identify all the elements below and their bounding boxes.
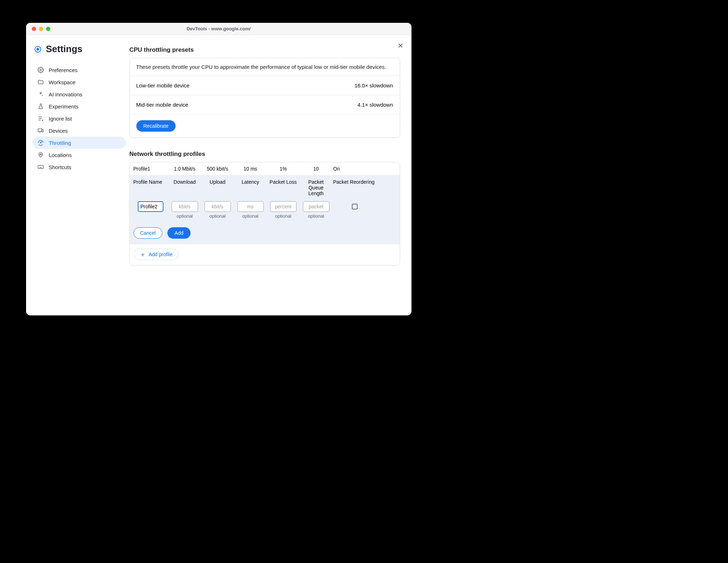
col-queue: Packet Queue Length — [300, 179, 332, 196]
download-cell: 1.0 Mbit/s — [169, 166, 201, 172]
plus-icon: ＋ — [140, 251, 146, 258]
upload-input[interactable] — [204, 201, 231, 212]
optional-hint: optional — [202, 213, 233, 219]
add-profile-row: ＋ Add profile — [130, 244, 400, 260]
preset-value: 4.1× slowdown — [358, 102, 393, 108]
devices-icon — [37, 127, 44, 134]
close-icon[interactable]: ✕ — [398, 41, 404, 50]
speedometer-icon — [37, 140, 44, 146]
sidebar-item-preferences[interactable]: Preferences — [32, 64, 126, 76]
network-section-title: Network throttling profiles — [130, 151, 400, 158]
recalibrate-button[interactable]: Recalibrate — [136, 120, 176, 132]
col-download: Download — [169, 179, 201, 196]
content: Settings Preferences Workspace AI innova… — [26, 35, 411, 315]
packet-queue-input[interactable] — [303, 201, 329, 212]
network-columns-header: Profile Name Download Upload Latency Pac… — [133, 179, 396, 196]
titlebar: DevTools - www.google.com/ — [26, 23, 411, 35]
devtools-window: DevTools - www.google.com/ ✕ Settings Pr… — [26, 23, 411, 315]
editor-input-row — [133, 201, 396, 212]
svg-rect-3 — [38, 129, 42, 132]
optional-hint: optional — [169, 213, 201, 219]
sidebar-item-label: Preferences — [49, 67, 78, 73]
network-table: Profile1 1.0 Mbit/s 500 kbit/s 10 ms 1% … — [130, 162, 400, 244]
sidebar-item-label: AI innovations — [49, 91, 82, 97]
cpu-description: These presets throttle your CPU to appro… — [130, 58, 400, 76]
optional-hint: optional — [235, 213, 266, 219]
sidebar-item-ignore-list[interactable]: Ignore list — [32, 112, 126, 125]
cpu-preset-row: Mid-tier mobile device 4.1× slowdown — [130, 95, 400, 115]
packet-reordering-checkbox[interactable] — [352, 204, 358, 209]
sidebar-item-experiments[interactable]: Experiments — [32, 100, 126, 112]
profile-name-cell: Profile1 — [133, 166, 168, 172]
network-profile-editor: Profile Name Download Upload Latency Pac… — [130, 176, 400, 244]
location-icon — [37, 152, 44, 158]
cpu-section-title: CPU throttling presets — [130, 46, 400, 54]
settings-header: Settings — [32, 44, 126, 64]
sidebar-item-label: Workspace — [49, 79, 76, 85]
sidebar-item-label: Ignore list — [49, 116, 72, 122]
sidebar-item-shortcuts[interactable]: Shortcuts — [32, 161, 126, 173]
sparkle-icon — [37, 91, 44, 97]
add-button[interactable]: Add — [167, 227, 191, 239]
profile-name-input[interactable] — [138, 201, 163, 212]
col-latency: Latency — [235, 179, 266, 196]
preset-value: 16.0× slowdown — [355, 82, 393, 88]
sidebar-item-devices[interactable]: Devices — [32, 125, 126, 137]
packet-loss-input[interactable] — [270, 201, 297, 212]
folder-icon — [37, 79, 44, 85]
svg-point-1 — [36, 48, 39, 50]
list-x-icon — [37, 115, 44, 122]
nav: Preferences Workspace AI innovations Exp… — [32, 64, 126, 173]
col-loss: Packet Loss — [268, 179, 299, 196]
svg-point-2 — [40, 69, 41, 71]
keyboard-icon — [37, 164, 44, 170]
network-profiles-card: Profile1 1.0 Mbit/s 500 kbit/s 10 ms 1% … — [130, 162, 400, 265]
devtools-icon — [34, 45, 42, 53]
latency-input[interactable] — [237, 201, 264, 212]
gear-icon — [37, 67, 44, 73]
traffic-lights — [32, 27, 50, 31]
reorder-cell: On — [333, 166, 376, 172]
latency-cell: 10 ms — [235, 166, 266, 172]
sidebar-item-label: Devices — [49, 128, 68, 134]
sidebar-item-throttling[interactable]: Throttling — [32, 137, 126, 149]
sidebar: Settings Preferences Workspace AI innova… — [26, 35, 130, 315]
window-minimize-button[interactable] — [39, 27, 43, 31]
svg-point-5 — [40, 142, 41, 143]
flask-icon — [37, 103, 44, 110]
cancel-button[interactable]: Cancel — [133, 227, 163, 239]
sidebar-item-ai-innovations[interactable]: AI innovations — [32, 88, 126, 100]
optional-hint: optional — [300, 213, 332, 219]
window-title: DevTools - www.google.com/ — [26, 26, 411, 31]
preset-label: Mid-tier mobile device — [136, 102, 188, 108]
svg-point-6 — [40, 154, 41, 155]
col-upload: Upload — [202, 179, 233, 196]
svg-rect-4 — [42, 130, 43, 132]
sidebar-item-locations[interactable]: Locations — [32, 149, 126, 161]
optional-hint: optional — [268, 213, 299, 219]
svg-rect-7 — [38, 166, 43, 169]
window-close-button[interactable] — [32, 27, 36, 31]
col-name: Profile Name — [133, 179, 168, 196]
cpu-presets-card: These presets throttle your CPU to appro… — [130, 58, 400, 138]
optional-hints-row: optional optional optional optional opti… — [133, 213, 396, 219]
col-reorder: Packet Reordering — [333, 179, 376, 196]
sidebar-item-label: Locations — [49, 152, 72, 158]
cpu-preset-row: Low-tier mobile device 16.0× slowdown — [130, 76, 400, 95]
add-profile-label: Add profile — [149, 252, 173, 257]
window-maximize-button[interactable] — [46, 27, 50, 31]
upload-cell: 500 kbit/s — [202, 166, 233, 172]
download-input[interactable] — [172, 201, 198, 212]
sidebar-item-workspace[interactable]: Workspace — [32, 76, 126, 88]
sidebar-item-label: Experiments — [49, 103, 79, 110]
page-title: Settings — [46, 44, 83, 55]
network-profile-row[interactable]: Profile1 1.0 Mbit/s 500 kbit/s 10 ms 1% … — [130, 162, 400, 176]
sidebar-item-label: Shortcuts — [49, 164, 71, 170]
main: CPU throttling presets These presets thr… — [130, 35, 411, 315]
preset-label: Low-tier mobile device — [136, 82, 189, 88]
add-profile-button[interactable]: ＋ Add profile — [133, 249, 179, 260]
queue-cell: 10 — [300, 166, 332, 172]
cpu-card-footer: Recalibrate — [130, 115, 400, 137]
sidebar-item-label: Throttling — [49, 140, 71, 146]
loss-cell: 1% — [268, 166, 299, 172]
